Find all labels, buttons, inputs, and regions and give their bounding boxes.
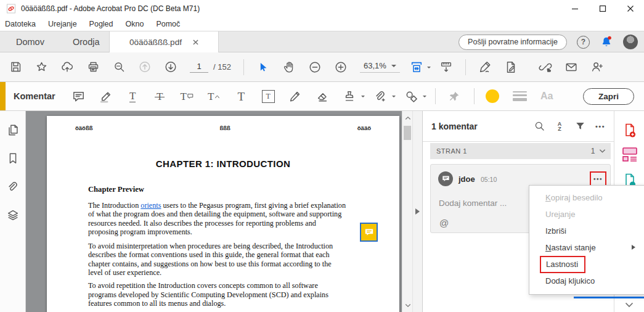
add-text-comment-tool-icon[interactable]: T [234, 88, 248, 104]
tab-strip: Domov Orodja 0öäöäßßß.pdf Pošlji povratn… [0, 31, 644, 52]
attachments-icon[interactable] [6, 180, 20, 194]
menu-item-label: Izbriši [545, 226, 566, 236]
panel-collapse-strip[interactable] [412, 111, 422, 312]
scrollbar-thumb[interactable] [404, 126, 411, 140]
bookmarks-icon[interactable] [6, 152, 20, 165]
comments-count-title: 1 komentar [431, 121, 478, 131]
annotation-red-box: Lastnosti [540, 256, 585, 273]
strikethrough-text-tool-icon[interactable]: T [153, 88, 167, 104]
layers-icon[interactable] [6, 208, 20, 222]
menu-urejanje[interactable]: Urejanje [42, 20, 83, 28]
page-section-header[interactable]: STRAN 1 1 [430, 143, 611, 159]
chevron-down-icon[interactable] [423, 96, 426, 99]
zoom-in-icon[interactable] [334, 60, 348, 75]
create-pdf-icon[interactable] [622, 123, 638, 139]
save-icon[interactable] [9, 60, 22, 75]
color-picker-icon[interactable] [486, 88, 500, 104]
menu-okno[interactable]: Okno [120, 20, 150, 28]
hand-tool-icon[interactable] [282, 60, 296, 75]
comment-toolbar: Komentar T T T T T T Aa Zapri [0, 82, 644, 111]
tab-tools[interactable]: Orodja [73, 31, 100, 52]
page-thumbnails-icon[interactable] [6, 123, 20, 137]
print-icon[interactable] [86, 60, 100, 75]
help-icon[interactable]: ? [577, 36, 590, 49]
page-header-left: öäößß [75, 125, 93, 131]
search-icon[interactable] [112, 60, 126, 75]
sticky-note-annotation[interactable] [360, 223, 378, 242]
menubar: Datoteka Urejanje Pogled Okno Pomoč [0, 17, 644, 31]
menu-item-properties[interactable]: Lastnosti [529, 256, 644, 273]
menu-item-set-status[interactable]: Nastavi stanje [529, 239, 644, 256]
menu-item-add-checkmark[interactable]: Dodaj kljukico [529, 273, 644, 289]
acrobat-window: 0öäöäßßß.pdf - Adobe Acrobat Pro DC (DC … [0, 0, 644, 312]
window-title: 0öäöäßßß.pdf - Adobe Acrobat Pro DC (DC … [21, 4, 200, 13]
document-scrollbar[interactable] [402, 111, 412, 312]
add-comment-placeholder[interactable]: Dodaj komentar ... [439, 199, 507, 208]
close-comment-mode-button[interactable]: Zapri [583, 88, 634, 105]
fit-width-icon[interactable] [410, 60, 423, 75]
page-number-input[interactable]: 1 [190, 62, 208, 73]
chevron-down-icon[interactable] [392, 96, 396, 99]
orients-link[interactable]: orients [141, 201, 161, 210]
panel-options-icon[interactable]: ••• [594, 123, 606, 130]
pdf-page: öäößß ßßß öääö CHAPTER 1: INTRODUCTION C… [47, 116, 399, 312]
insert-text-tool-icon[interactable]: T [207, 88, 221, 104]
search-comments-icon[interactable] [533, 120, 545, 132]
zoom-out-icon[interactable] [308, 60, 322, 75]
tab-home[interactable]: Domov [16, 31, 44, 52]
fill-sign-pen-icon[interactable] [478, 60, 492, 75]
menu-item-delete[interactable]: Izbriši [529, 223, 644, 239]
stamp-tool-icon[interactable] [343, 88, 357, 104]
send-feedback-button[interactable]: Pošlji povratne informacije [459, 35, 567, 50]
email-icon[interactable] [565, 60, 578, 75]
comment-author: jdoe [459, 174, 475, 184]
tab-document[interactable]: 0öäöäßßß.pdf [109, 31, 219, 52]
avatar[interactable] [623, 35, 638, 49]
tab-close-icon[interactable] [193, 39, 198, 45]
menu-pomoc[interactable]: Pomoč [150, 20, 186, 28]
eraser-tool-icon[interactable] [316, 88, 330, 104]
measure-tool-icon[interactable] [439, 60, 453, 75]
maximize-button[interactable] [589, 0, 616, 17]
chevron-down-icon[interactable] [599, 149, 606, 154]
sort-comments-icon[interactable]: AZ [553, 121, 566, 131]
toolbar-divider [465, 59, 466, 75]
sort-z-glyph: Z [558, 126, 561, 131]
highlight-tool-icon[interactable] [99, 88, 113, 104]
menu-access-key: N [545, 243, 551, 252]
mention-icon[interactable]: @ [439, 218, 449, 228]
next-page-icon[interactable] [164, 60, 177, 75]
attach-file-tool-icon[interactable] [373, 88, 388, 104]
commentbar-divider [474, 88, 475, 104]
menu-pogled[interactable]: Pogled [83, 20, 120, 28]
select-tool-icon[interactable] [256, 60, 270, 75]
chevron-down-icon [391, 65, 396, 70]
underline-text-tool-icon[interactable]: T [126, 88, 140, 104]
zoom-level-select[interactable]: 63,1% [360, 61, 400, 73]
replace-text-tool-icon[interactable]: T [180, 88, 194, 104]
paragraph: The Introduction orients users to the Pe… [88, 201, 347, 236]
text-box-tool-icon[interactable]: T [261, 88, 275, 104]
draw-pencil-tool-icon[interactable] [288, 88, 303, 104]
organize-pages-icon[interactable] [622, 146, 638, 162]
edit-pdf-icon[interactable] [504, 60, 518, 75]
menu-item-label: Lastnosti [546, 260, 578, 269]
menu-datoteka[interactable]: Datoteka [0, 20, 42, 28]
star-icon[interactable] [35, 60, 48, 75]
chevron-down-icon[interactable] [427, 67, 431, 70]
line-thickness-icon[interactable] [513, 88, 527, 104]
comment-options-icon[interactable]: ••• [593, 176, 603, 183]
minimize-button[interactable] [561, 0, 589, 17]
share-person-icon[interactable] [590, 60, 604, 75]
share-link-icon[interactable] [539, 60, 552, 75]
scroll-up-icon[interactable] [402, 113, 413, 123]
notifications-bell-icon[interactable] [600, 35, 613, 49]
filter-comments-icon[interactable] [574, 120, 586, 132]
cloud-upload-icon[interactable] [60, 60, 74, 75]
scroll-down-icon[interactable] [402, 300, 413, 310]
sticky-note-tool-icon[interactable] [71, 88, 86, 104]
expand-tools-chevron-icon[interactable] [621, 300, 637, 310]
close-button[interactable] [616, 0, 644, 17]
chevron-down-icon[interactable] [361, 96, 365, 99]
drawing-shapes-tool-icon[interactable] [404, 88, 418, 104]
